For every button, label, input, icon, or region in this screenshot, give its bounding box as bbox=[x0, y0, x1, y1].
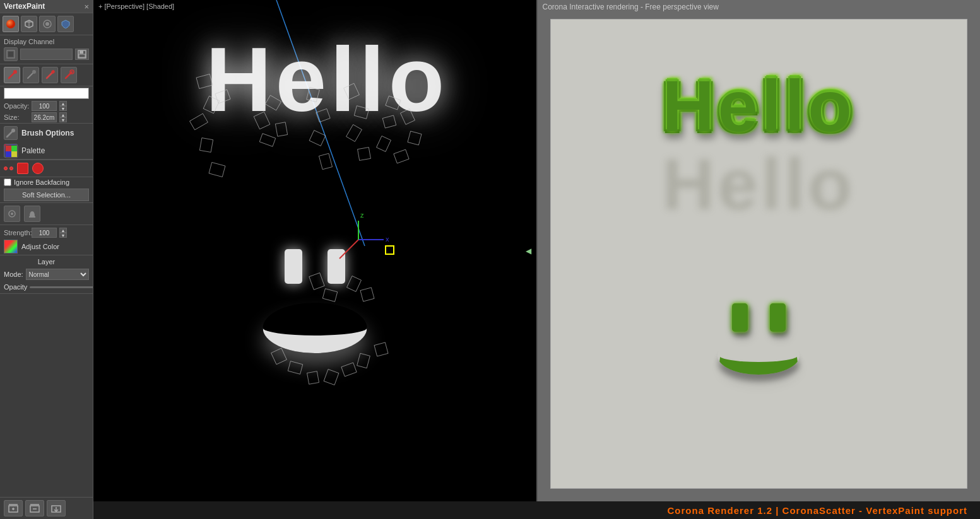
svg-rect-65 bbox=[347, 276, 362, 292]
bottom-icons-row bbox=[0, 497, 93, 519]
svg-text:z: z bbox=[360, 211, 364, 219]
size-up-btn[interactable]: ▲ bbox=[59, 112, 67, 117]
svg-rect-79 bbox=[386, 246, 394, 254]
strength-input[interactable] bbox=[32, 228, 57, 238]
svg-point-5 bbox=[45, 22, 49, 26]
svg-rect-24 bbox=[6, 151, 11, 157]
svg-rect-72 bbox=[357, 353, 370, 368]
viewport-right[interactable]: Corona Interactive rendering - Free pers… bbox=[538, 0, 981, 501]
svg-rect-43 bbox=[215, 90, 230, 103]
svg-rect-22 bbox=[6, 146, 11, 151]
hello-text-left: Hello bbox=[206, 32, 448, 127]
opacity-spinner: ▲ ▼ bbox=[59, 101, 67, 111]
svg-rect-56 bbox=[358, 148, 371, 161]
opacity-layer-slider[interactable] bbox=[30, 286, 93, 288]
svg-rect-64 bbox=[322, 289, 337, 302]
layer-down-icon[interactable] bbox=[47, 500, 66, 516]
svg-rect-58 bbox=[401, 109, 415, 125]
svg-line-38 bbox=[276, 0, 365, 246]
blue-guide-line bbox=[93, 0, 536, 501]
opacity-up-btn[interactable]: ▲ bbox=[59, 101, 67, 106]
palette-swatch[interactable] bbox=[4, 144, 18, 158]
size-row: Size: ▲ ▼ bbox=[0, 112, 93, 123]
bottom-bar: Corona Renderer 1.2 | CoronaScatter - Ve… bbox=[93, 501, 980, 519]
svg-rect-47 bbox=[275, 122, 287, 136]
channel-save-button[interactable] bbox=[75, 49, 89, 60]
render-smile bbox=[717, 337, 800, 375]
light-tool-icon[interactable] bbox=[39, 16, 56, 32]
layer-remove-icon[interactable] bbox=[25, 500, 44, 516]
cube-tool-icon[interactable] bbox=[21, 16, 37, 32]
fill-icon[interactable] bbox=[24, 206, 40, 222]
svg-rect-9 bbox=[80, 50, 83, 54]
panel-title-bar: VertexPaint × bbox=[0, 0, 93, 13]
svg-rect-62 bbox=[382, 115, 396, 128]
svg-rect-68 bbox=[288, 361, 302, 375]
render-shadow: Hello bbox=[662, 143, 855, 226]
red-square-icon[interactable] bbox=[17, 163, 28, 174]
svg-rect-23 bbox=[11, 146, 17, 151]
svg-rect-70 bbox=[324, 370, 339, 385]
shield-tool-icon[interactable] bbox=[57, 16, 74, 32]
mode-select[interactable]: Normal Multiply Screen Overlay bbox=[26, 269, 89, 280]
adjust-color-swatch[interactable] bbox=[4, 240, 18, 254]
dark-brush-tool[interactable] bbox=[23, 67, 39, 83]
strength-up-btn[interactable]: ▲ bbox=[59, 228, 67, 233]
brush-options-row: Brush Options bbox=[0, 123, 93, 143]
svg-rect-59 bbox=[408, 131, 422, 145]
svg-rect-60 bbox=[394, 149, 409, 163]
size-spinner: ▲ ▼ bbox=[59, 112, 67, 122]
strength-down-btn[interactable]: ▼ bbox=[59, 233, 67, 238]
svg-point-14 bbox=[32, 70, 36, 74]
ignore-backfacing-label: Ignore Backfacing bbox=[14, 178, 69, 186]
svg-rect-25 bbox=[11, 151, 17, 157]
red-circle-icon[interactable] bbox=[32, 163, 44, 174]
display-channel-section: Display Channel bbox=[0, 35, 93, 64]
channel-select[interactable] bbox=[20, 49, 73, 60]
svg-rect-52 bbox=[319, 153, 332, 169]
color-preview[interactable] bbox=[4, 88, 89, 99]
svg-rect-63 bbox=[309, 273, 324, 290]
layer-section: Layer Mode: Normal Multiply Screen Overl… bbox=[0, 255, 93, 294]
svg-rect-57 bbox=[386, 96, 401, 110]
channel-icon bbox=[4, 47, 18, 61]
size-input[interactable] bbox=[32, 112, 57, 122]
render-eye-right bbox=[770, 303, 786, 332]
bottom-bar-text: Corona Renderer 1.2 | CoronaScatter - Ve… bbox=[668, 505, 967, 516]
paint-icons-row bbox=[0, 202, 93, 225]
svg-rect-48 bbox=[259, 134, 275, 147]
red-brush-tool[interactable] bbox=[4, 67, 20, 83]
ignore-backfacing-checkbox[interactable] bbox=[4, 178, 11, 186]
adjust-color-label[interactable]: Adjust Color bbox=[21, 243, 59, 250]
close-button[interactable]: × bbox=[84, 3, 89, 11]
viewport-left[interactable]: + [Perspective] [Shaded] Hello bbox=[93, 0, 538, 501]
opacity-layer-row: Opacity 100 bbox=[4, 283, 89, 291]
svg-rect-40 bbox=[203, 96, 220, 114]
red-dots-row bbox=[0, 160, 93, 177]
wireframe-overlay: x z bbox=[93, 0, 536, 501]
svg-line-74 bbox=[339, 240, 358, 259]
svg-rect-28 bbox=[29, 216, 35, 218]
opacity-input[interactable] bbox=[32, 101, 57, 111]
opacity-label: Opacity: bbox=[4, 102, 29, 110]
sphere-tool-icon[interactable] bbox=[3, 16, 19, 32]
opacity-down-btn[interactable]: ▼ bbox=[59, 106, 67, 111]
soft-selection-button[interactable]: Soft Selection... bbox=[4, 189, 89, 201]
svg-text:x: x bbox=[386, 235, 389, 243]
svg-line-17 bbox=[66, 72, 72, 78]
brush-options-label[interactable]: Brush Options bbox=[21, 129, 74, 137]
viewport-indicator: ◀ bbox=[526, 247, 531, 255]
palette-label[interactable]: Palette bbox=[21, 146, 45, 155]
render-hello-text: Hello bbox=[662, 70, 855, 143]
svg-rect-53 bbox=[344, 83, 360, 100]
tool-icons-row bbox=[0, 13, 93, 35]
brush-options-icon[interactable] bbox=[4, 126, 18, 140]
eraser-tool[interactable] bbox=[42, 67, 58, 83]
gradient-brush-tool[interactable] bbox=[61, 67, 77, 83]
strength-spinner: ▲ ▼ bbox=[59, 228, 67, 238]
paint-icon[interactable] bbox=[4, 206, 20, 222]
viewports-row: + [Perspective] [Shaded] Hello bbox=[93, 0, 980, 501]
svg-rect-41 bbox=[190, 114, 208, 130]
layer-add-icon[interactable] bbox=[4, 500, 23, 516]
size-down-btn[interactable]: ▼ bbox=[59, 117, 67, 122]
